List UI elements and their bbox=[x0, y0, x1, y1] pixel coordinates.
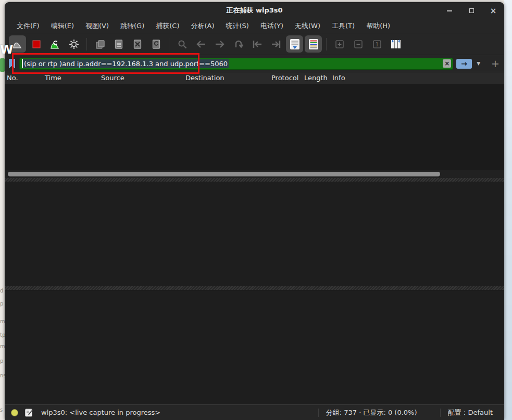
profile-status[interactable]: 配置：Default bbox=[448, 408, 493, 417]
auto-scroll-icon[interactable] bbox=[286, 35, 303, 53]
clear-filter-icon[interactable]: × bbox=[443, 59, 451, 68]
menu-help[interactable]: 帮助(H) bbox=[361, 20, 395, 32]
go-first-icon[interactable] bbox=[248, 35, 266, 53]
menu-telephony[interactable]: 电话(Y) bbox=[256, 20, 288, 32]
close-file-icon[interactable] bbox=[129, 35, 146, 53]
zoom-original-icon[interactable]: 1 bbox=[368, 35, 385, 53]
profile-value: Default bbox=[468, 409, 493, 416]
svg-text:1: 1 bbox=[375, 42, 378, 47]
horizontal-scrollbar[interactable] bbox=[5, 170, 504, 178]
filter-dropdown-icon[interactable]: ▼ bbox=[475, 61, 482, 66]
column-destination[interactable]: Destination bbox=[185, 74, 224, 82]
capture-status-text: wlp3s0: <live capture in progress> bbox=[41, 409, 160, 416]
go-forward-icon[interactable] bbox=[211, 35, 228, 53]
statusbar-separator bbox=[440, 409, 441, 417]
main-toolbar: 1 bbox=[5, 33, 504, 55]
menu-statistics[interactable]: 统计(S) bbox=[221, 20, 254, 32]
filter-bookmark-icon[interactable] bbox=[8, 58, 16, 69]
pane-splitter[interactable] bbox=[5, 286, 504, 290]
go-to-packet-icon[interactable] bbox=[230, 35, 247, 53]
packet-details-pane bbox=[5, 182, 504, 286]
column-info[interactable]: Info bbox=[332, 74, 345, 82]
column-source[interactable]: Source bbox=[101, 74, 124, 82]
toolbar-separator bbox=[326, 38, 327, 50]
packet-list-pane bbox=[5, 85, 504, 170]
menu-capture[interactable]: 捕获(C) bbox=[151, 20, 184, 32]
add-filter-button[interactable]: + bbox=[491, 59, 499, 69]
toolbar-separator bbox=[169, 38, 169, 50]
expert-info-icon[interactable] bbox=[11, 409, 18, 416]
go-back-icon[interactable] bbox=[192, 35, 209, 53]
capture-comment-icon[interactable] bbox=[24, 408, 33, 417]
pane-splitter[interactable] bbox=[5, 178, 504, 182]
menu-bar: 文件(F) 编辑(E) 视图(V) 跳转(G) 捕获(C) 分析(A) 统计(S… bbox=[5, 19, 504, 33]
close-button[interactable]: × bbox=[489, 6, 498, 16]
capture-options-icon[interactable] bbox=[65, 35, 82, 53]
desktop-right-strip bbox=[504, 0, 512, 420]
open-file-icon[interactable] bbox=[91, 35, 108, 53]
menu-edit[interactable]: 编辑(E) bbox=[46, 20, 79, 32]
column-length[interactable]: Length bbox=[304, 74, 328, 82]
apply-filter-icon[interactable]: → bbox=[456, 59, 472, 69]
display-filter-bar: (sip or rtp )and ip.addr==192.168.1.3 an… bbox=[5, 55, 504, 72]
scrollbar-thumb[interactable] bbox=[8, 172, 440, 176]
background-text-fragment: W bbox=[0, 43, 13, 56]
column-time[interactable]: Time bbox=[45, 74, 61, 82]
packet-list-header: No. Time Source Destination Protocol Len… bbox=[5, 72, 504, 85]
minimize-button[interactable] bbox=[445, 6, 454, 16]
packet-counts: 分组: 737 · 已显示: 0 (0.0%) bbox=[326, 408, 417, 417]
column-no[interactable]: No. bbox=[7, 74, 18, 82]
menu-go[interactable]: 跳转(G) bbox=[116, 20, 149, 32]
column-protocol[interactable]: Protocol bbox=[271, 74, 298, 82]
title-bar[interactable]: 正在捕获 wlp3s0 × bbox=[5, 2, 504, 19]
resize-columns-icon[interactable] bbox=[387, 35, 404, 53]
menu-tools[interactable]: 工具(T) bbox=[327, 20, 359, 32]
packet-bytes-pane bbox=[5, 290, 504, 404]
display-filter-input[interactable]: (sip or rtp )and ip.addr==192.168.1.3 an… bbox=[19, 58, 453, 70]
colorize-packets-icon[interactable] bbox=[305, 35, 322, 53]
wireshark-window: 正在捕获 wlp3s0 × 文件(F) 编辑(E) 视图(V) 跳转(G) 捕获… bbox=[5, 2, 504, 420]
window-title: 正在捕获 wlp3s0 bbox=[5, 6, 504, 15]
go-last-icon[interactable] bbox=[267, 35, 284, 53]
zoom-in-icon[interactable] bbox=[331, 35, 348, 53]
menu-wireless[interactable]: 无线(W) bbox=[290, 20, 325, 32]
background-window-left-strip: d p m tp m p ns s bbox=[0, 0, 5, 420]
filter-expression: (sip or rtp )and ip.addr==192.168.1.3 an… bbox=[23, 59, 229, 68]
profile-label: 配置： bbox=[448, 409, 468, 416]
menu-analyze[interactable]: 分析(A) bbox=[186, 20, 219, 32]
save-file-icon[interactable] bbox=[110, 35, 127, 53]
find-packet-icon[interactable] bbox=[173, 35, 191, 53]
menu-file[interactable]: 文件(F) bbox=[12, 20, 44, 32]
reload-file-icon[interactable] bbox=[147, 35, 165, 53]
zoom-out-icon[interactable] bbox=[349, 35, 367, 53]
restart-capture-icon[interactable] bbox=[46, 35, 64, 53]
background-green-fragment bbox=[0, 58, 5, 72]
maximize-button[interactable] bbox=[467, 6, 476, 16]
toolbar-separator bbox=[86, 38, 87, 50]
menu-view[interactable]: 视图(V) bbox=[81, 20, 114, 32]
statusbar-separator bbox=[318, 409, 319, 417]
stop-capture-icon[interactable] bbox=[28, 35, 45, 53]
status-bar: wlp3s0: <live capture in progress> 分组: 7… bbox=[5, 404, 504, 420]
